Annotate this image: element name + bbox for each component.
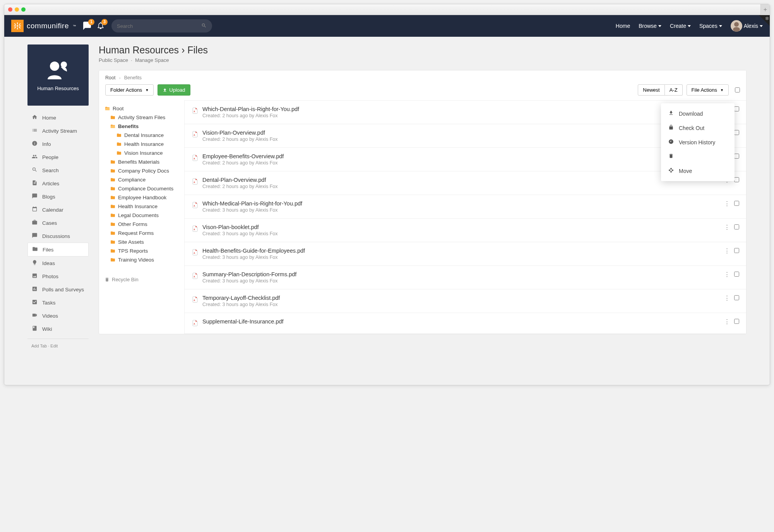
tree-folder-dental-insurance[interactable]: Dental Insurance — [104, 131, 179, 140]
tree-folder-tps-reports[interactable]: TPS Reports — [104, 246, 179, 255]
file-checkbox[interactable] — [734, 319, 739, 324]
video-icon — [31, 312, 38, 319]
notifications-button[interactable]: 3 — [97, 21, 104, 31]
file-checkbox[interactable] — [734, 224, 739, 229]
tree-folder-employee-handbook[interactable]: Employee Handbook — [104, 193, 179, 202]
file-kebab-button[interactable]: ⋮ — [724, 248, 729, 253]
menu-delete[interactable] — [661, 149, 735, 164]
manage-space-link[interactable]: Manage Space — [135, 57, 169, 63]
tree-folder-benefits[interactable]: Benefits — [104, 122, 179, 131]
sidebar-item-videos[interactable]: Videos — [27, 309, 89, 322]
file-kebab-button[interactable]: ⋮ — [724, 224, 729, 230]
tree-root[interactable]: Root — [104, 104, 179, 113]
sidebar-item-files[interactable]: Files — [27, 243, 89, 257]
tree-folder-benefits-materials[interactable]: Benefits Materials — [104, 157, 179, 166]
sidebar-item-label: Blogs — [42, 194, 55, 200]
nav-create[interactable]: Create — [670, 23, 691, 29]
tree-folder-vision-insurance[interactable]: Vision Insurance — [104, 149, 179, 157]
upload-button[interactable]: Upload — [158, 84, 190, 96]
sidebar-item-calendar[interactable]: Calendar — [27, 203, 89, 216]
sort-newest-button[interactable]: Newest — [638, 84, 664, 96]
tree-folder-activity-stream-files[interactable]: Activity Stream Files — [104, 113, 179, 122]
new-tab-button[interactable]: + — [760, 4, 770, 15]
file-actions-button[interactable]: File Actions▼ — [687, 84, 729, 96]
window-close-button[interactable] — [8, 7, 12, 12]
window-maximize-button[interactable] — [21, 7, 26, 12]
menu-download[interactable]: Download — [661, 106, 735, 121]
sidebar-item-photos[interactable]: Photos — [27, 270, 89, 283]
file-checkbox[interactable] — [734, 201, 739, 206]
search-input[interactable] — [117, 23, 201, 29]
sidebar-item-home[interactable]: Home — [27, 111, 89, 124]
sort-az-button[interactable]: A-Z — [665, 84, 683, 96]
window-minimize-button[interactable] — [15, 7, 19, 12]
sidebar-item-label: Search — [42, 168, 59, 173]
sidebar-item-ideas[interactable]: Ideas — [27, 257, 89, 270]
tree-folder-site-assets[interactable]: Site Assets — [104, 238, 179, 246]
file-checkbox[interactable] — [734, 130, 739, 135]
nav-user-menu[interactable]: Alexis — [731, 20, 763, 32]
file-checkbox[interactable] — [734, 272, 739, 277]
file-row[interactable]: AWhich-Medical-Plan-is-Right-for-You.pdf… — [185, 195, 746, 219]
file-name: Dental-Plan-Overview.pdf — [202, 177, 720, 183]
public-space-link[interactable]: Public Space — [99, 57, 128, 63]
sidebar-item-people[interactable]: People — [27, 151, 89, 164]
tree-folder-request-forms[interactable]: Request Forms — [104, 229, 179, 238]
tree-folder-health-insurance[interactable]: Health Insurance — [104, 202, 179, 211]
file-row[interactable]: AHealth-Benefits-Guide-for-Employees.pdf… — [185, 242, 746, 266]
sidebar-item-tasks[interactable]: Tasks — [27, 296, 89, 309]
discuss-icon — [31, 233, 38, 239]
tree-folder-compliance[interactable]: Compliance — [104, 175, 179, 184]
sidebar-item-articles[interactable]: Articles — [27, 177, 89, 190]
file-checkbox[interactable] — [734, 106, 739, 111]
tree-folder-health-insurance[interactable]: Health Insurance — [104, 140, 179, 149]
menu-checkout[interactable]: Check Out — [661, 121, 735, 135]
nav-home[interactable]: Home — [616, 23, 630, 29]
file-checkbox[interactable] — [734, 295, 739, 300]
sidebar-item-label: Ideas — [42, 260, 55, 266]
brand[interactable]: communifire™ — [11, 20, 76, 32]
tree-folder-legal-documents[interactable]: Legal Documents — [104, 211, 179, 220]
tree-folder-training-videos[interactable]: Training Videos — [104, 255, 179, 264]
file-row[interactable]: ASupplemental-Life-Insurance.pdf⋮ — [185, 313, 746, 334]
nav-browse[interactable]: Browse — [639, 23, 661, 29]
messages-button[interactable]: 1 — [83, 21, 91, 31]
space-card[interactable]: Human Resources — [27, 44, 89, 106]
tree-folder-compliance-documents[interactable]: Compliance Documents — [104, 184, 179, 193]
menu-version-history[interactable]: Version History — [661, 135, 735, 149]
search-icon[interactable] — [201, 23, 207, 29]
sidebar-item-info[interactable]: Info — [27, 137, 89, 151]
file-row[interactable]: AVison-Plan-booklet.pdfCreated: 3 hours … — [185, 219, 746, 242]
edit-tabs-link[interactable]: Edit — [50, 344, 58, 348]
file-kebab-button[interactable]: ⋮ — [724, 271, 729, 277]
breadcrumb: Root › Benefits — [105, 75, 740, 80]
menu-move[interactable]: Move — [661, 164, 735, 178]
file-kebab-button[interactable]: ⋮ — [724, 318, 729, 324]
sidebar-item-discussions[interactable]: Discussions — [27, 229, 89, 243]
file-kebab-button[interactable]: ⋮ — [724, 295, 729, 301]
file-checkbox[interactable] — [734, 154, 739, 159]
sidebar-item-wiki[interactable]: Wiki — [27, 322, 89, 335]
search-field[interactable] — [111, 19, 212, 33]
folder-actions-button[interactable]: Folder Actions▼ — [105, 84, 154, 96]
breadcrumb-root[interactable]: Root — [105, 75, 115, 80]
nav-spaces[interactable]: Spaces — [699, 23, 722, 29]
file-kebab-button[interactable]: ⋮ — [724, 200, 729, 206]
sidebar-item-search[interactable]: Search — [27, 164, 89, 177]
file-checkbox[interactable] — [734, 177, 739, 182]
tree-folder-other-forms[interactable]: Other Forms — [104, 220, 179, 229]
sidebar-item-blogs[interactable]: Blogs — [27, 190, 89, 203]
page-title: Human Resources › Files — [99, 44, 747, 56]
file-row[interactable]: ASummary-Plan-Description-Forms.pdfCreat… — [185, 266, 746, 289]
sidebar-item-activity-stream[interactable]: Activity Stream — [27, 124, 89, 137]
gear-icon[interactable]: ✲ — [765, 16, 769, 21]
add-tab-link[interactable]: Add Tab — [31, 344, 47, 348]
recycle-bin-link[interactable]: Recycle Bin — [99, 271, 184, 288]
svg-text:A: A — [194, 275, 195, 278]
sidebar-item-polls-and-surveys[interactable]: Polls and Surveys — [27, 283, 89, 296]
tree-folder-company-policy-docs[interactable]: Company Policy Docs — [104, 166, 179, 175]
select-all-checkbox[interactable] — [735, 87, 740, 92]
file-row[interactable]: ATemporary-Layoff-Checklist.pdfCreated: … — [185, 289, 746, 313]
sidebar-item-cases[interactable]: Cases — [27, 216, 89, 229]
file-checkbox[interactable] — [734, 248, 739, 253]
